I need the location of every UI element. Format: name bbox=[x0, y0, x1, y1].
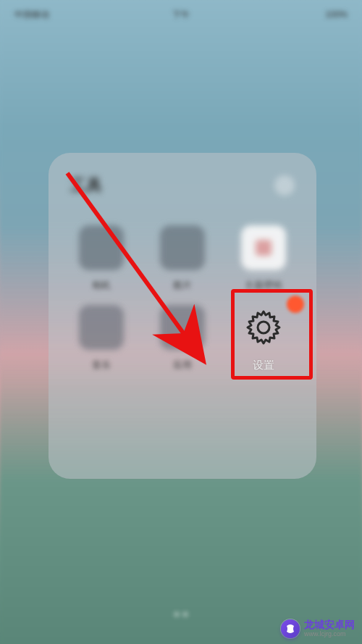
battery-label: 100% bbox=[325, 9, 348, 20]
gallery-icon bbox=[160, 225, 205, 270]
app-item[interactable]: 相机 bbox=[70, 225, 133, 290]
app-label: 音乐 bbox=[92, 359, 111, 370]
apps-icon bbox=[160, 305, 205, 350]
folder-header: 工具 bbox=[70, 175, 295, 196]
watermark-title: 龙城安卓网 bbox=[304, 619, 355, 630]
app-item[interactable]: 应用 bbox=[151, 305, 214, 370]
app-label: 应用 bbox=[173, 359, 192, 370]
app-label: 图片 bbox=[173, 279, 192, 290]
folder-title[interactable]: 工具 bbox=[70, 175, 102, 196]
app-item[interactable]: 主题壁纸 bbox=[232, 225, 295, 290]
folder-more-button[interactable] bbox=[274, 175, 295, 196]
page-dot[interactable] bbox=[183, 612, 188, 616]
themes-icon bbox=[241, 225, 286, 270]
page-indicator bbox=[174, 612, 188, 616]
app-item[interactable]: 图片 bbox=[151, 225, 214, 290]
annotation-highlight bbox=[231, 289, 313, 380]
carrier-label: 中国移动 bbox=[14, 9, 49, 21]
app-item[interactable]: 音乐 bbox=[70, 305, 133, 370]
watermark: 龙城安卓网 www.lcjrg.com bbox=[281, 619, 355, 638]
app-label: 相机 bbox=[92, 279, 111, 290]
watermark-url: www.lcjrg.com bbox=[304, 631, 355, 638]
watermark-logo-icon bbox=[281, 619, 300, 638]
status-bar: 中国移动 下午 100% bbox=[0, 0, 362, 29]
watermark-text: 龙城安卓网 www.lcjrg.com bbox=[304, 619, 355, 637]
camera-icon bbox=[79, 225, 124, 270]
status-time: 下午 bbox=[172, 9, 190, 21]
status-indicators: 100% bbox=[325, 9, 348, 20]
music-icon bbox=[79, 305, 124, 350]
page-dot[interactable] bbox=[174, 612, 179, 616]
